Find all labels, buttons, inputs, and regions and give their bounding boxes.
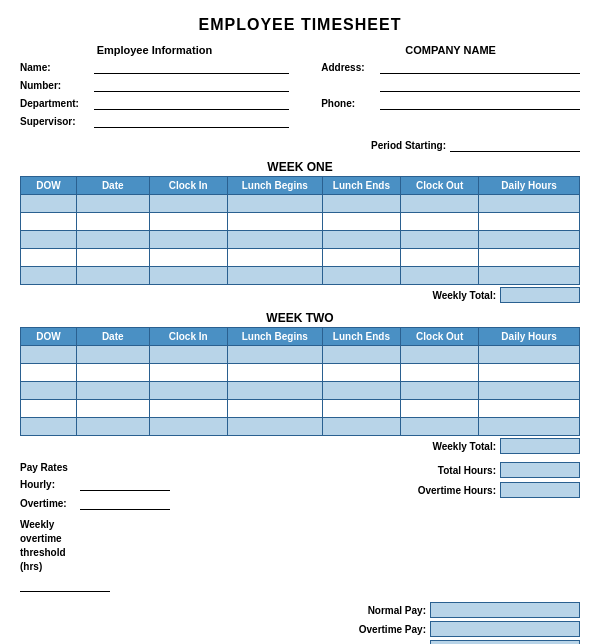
cell[interactable] — [21, 213, 77, 231]
cell[interactable] — [76, 418, 149, 436]
number-field[interactable] — [94, 78, 289, 92]
cell[interactable] — [76, 195, 149, 213]
cell[interactable] — [322, 382, 400, 400]
supervisor-label: Supervisor: — [20, 116, 90, 127]
cell[interactable] — [227, 400, 322, 418]
cell[interactable] — [149, 364, 227, 382]
cell[interactable] — [149, 382, 227, 400]
cell[interactable] — [149, 418, 227, 436]
col-lunchbegins-2: Lunch Begins — [227, 328, 322, 346]
col-dow-2: DOW — [21, 328, 77, 346]
cell[interactable] — [322, 400, 400, 418]
name-field[interactable] — [94, 60, 289, 74]
overtime-pay-box[interactable] — [430, 621, 580, 637]
cell[interactable] — [21, 364, 77, 382]
address2-field[interactable] — [380, 78, 580, 92]
cell[interactable] — [322, 195, 400, 213]
cell[interactable] — [149, 400, 227, 418]
cell[interactable] — [401, 213, 479, 231]
gross-pay-box[interactable] — [430, 640, 580, 644]
cell[interactable] — [227, 418, 322, 436]
department-field[interactable] — [94, 96, 289, 110]
cell[interactable] — [227, 346, 322, 364]
cell[interactable] — [21, 231, 77, 249]
cell[interactable] — [76, 400, 149, 418]
period-field[interactable] — [450, 138, 580, 152]
cell[interactable] — [76, 267, 149, 285]
supervisor-field[interactable] — [94, 114, 289, 128]
employee-info-title: Employee Information — [20, 44, 289, 56]
overtime-hours-label: Overtime Hours: — [418, 485, 496, 496]
cell[interactable] — [21, 249, 77, 267]
normal-pay-label: Normal Pay: — [368, 605, 426, 616]
cell[interactable] — [227, 267, 322, 285]
cell[interactable] — [149, 346, 227, 364]
col-clockin-2: Clock In — [149, 328, 227, 346]
week-two-total-label: Weekly Total: — [432, 441, 496, 452]
cell[interactable] — [401, 267, 479, 285]
address-field[interactable] — [380, 60, 580, 74]
cell[interactable] — [479, 213, 580, 231]
cell[interactable] — [227, 382, 322, 400]
cell[interactable] — [322, 418, 400, 436]
cell[interactable] — [401, 249, 479, 267]
cell[interactable] — [227, 195, 322, 213]
overtime-threshold-field[interactable] — [20, 578, 110, 592]
cell[interactable] — [76, 213, 149, 231]
cell[interactable] — [21, 267, 77, 285]
cell[interactable] — [479, 249, 580, 267]
cell[interactable] — [322, 213, 400, 231]
cell[interactable] — [479, 346, 580, 364]
cell[interactable] — [149, 213, 227, 231]
cell[interactable] — [21, 400, 77, 418]
cell[interactable] — [76, 249, 149, 267]
name-label: Name: — [20, 62, 90, 73]
cell[interactable] — [149, 267, 227, 285]
cell[interactable] — [21, 382, 77, 400]
normal-pay-box[interactable] — [430, 602, 580, 618]
week-one-total-box[interactable] — [500, 287, 580, 303]
cell[interactable] — [227, 364, 322, 382]
cell[interactable] — [479, 400, 580, 418]
cell[interactable] — [227, 213, 322, 231]
col-lunchends-1: Lunch Ends — [322, 177, 400, 195]
cell[interactable] — [21, 418, 77, 436]
cell[interactable] — [401, 346, 479, 364]
overtime-rate-field[interactable] — [80, 496, 170, 510]
cell[interactable] — [322, 249, 400, 267]
cell[interactable] — [149, 231, 227, 249]
week-two-total-box[interactable] — [500, 438, 580, 454]
cell[interactable] — [76, 382, 149, 400]
col-date-1: Date — [76, 177, 149, 195]
cell[interactable] — [479, 231, 580, 249]
cell[interactable] — [401, 195, 479, 213]
phone-field[interactable] — [380, 96, 580, 110]
cell[interactable] — [401, 364, 479, 382]
cell[interactable] — [322, 267, 400, 285]
cell[interactable] — [322, 364, 400, 382]
cell[interactable] — [21, 346, 77, 364]
total-hours-box[interactable] — [500, 462, 580, 478]
cell[interactable] — [479, 382, 580, 400]
cell[interactable] — [401, 231, 479, 249]
overtime-hours-box[interactable] — [500, 482, 580, 498]
hourly-field[interactable] — [80, 477, 170, 491]
cell[interactable] — [401, 400, 479, 418]
cell[interactable] — [227, 231, 322, 249]
cell[interactable] — [401, 418, 479, 436]
cell[interactable] — [401, 382, 479, 400]
cell[interactable] — [149, 249, 227, 267]
cell[interactable] — [322, 231, 400, 249]
cell[interactable] — [479, 364, 580, 382]
cell[interactable] — [76, 231, 149, 249]
cell[interactable] — [322, 346, 400, 364]
cell[interactable] — [479, 418, 580, 436]
cell[interactable] — [149, 195, 227, 213]
cell[interactable] — [21, 195, 77, 213]
cell[interactable] — [227, 249, 322, 267]
cell[interactable] — [76, 346, 149, 364]
cell[interactable] — [479, 195, 580, 213]
cell[interactable] — [479, 267, 580, 285]
phone-label: Phone: — [321, 98, 376, 109]
cell[interactable] — [76, 364, 149, 382]
